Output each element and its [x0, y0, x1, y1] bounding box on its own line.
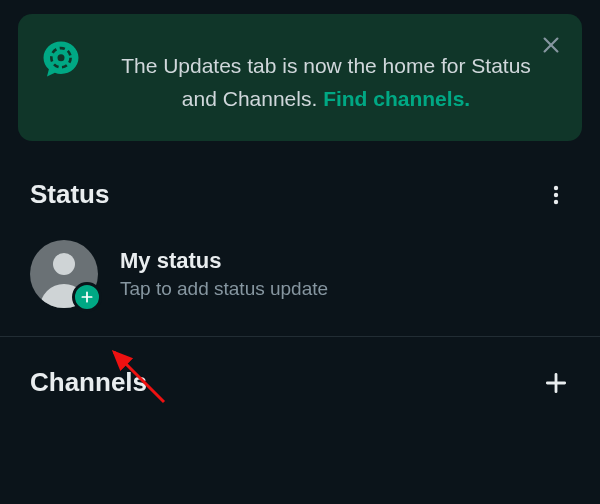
- add-status-badge[interactable]: [72, 282, 102, 312]
- close-icon: [540, 34, 562, 56]
- plus-icon: [79, 289, 95, 305]
- updates-banner: The Updates tab is now the home for Stat…: [18, 14, 582, 141]
- my-status-row[interactable]: My status Tap to add status update: [0, 230, 600, 336]
- add-channel-button[interactable]: [542, 369, 570, 397]
- status-more-button[interactable]: [542, 181, 570, 209]
- status-section-header: Status: [0, 141, 600, 230]
- plus-icon: [543, 370, 569, 396]
- find-channels-link[interactable]: Find channels.: [323, 87, 470, 110]
- more-vertical-icon: [544, 183, 568, 207]
- banner-message: The Updates tab is now the home for Stat…: [102, 36, 560, 115]
- status-section-title: Status: [30, 179, 109, 210]
- my-status-subtitle: Tap to add status update: [120, 278, 328, 300]
- banner-close-button[interactable]: [538, 32, 564, 58]
- svg-point-1: [58, 54, 65, 61]
- my-status-title: My status: [120, 248, 328, 274]
- my-status-texts: My status Tap to add status update: [120, 248, 328, 300]
- channels-section-header: Channels: [0, 337, 600, 398]
- channels-section-title: Channels: [30, 367, 147, 398]
- svg-point-3: [554, 192, 558, 196]
- avatar: [30, 240, 98, 308]
- svg-point-4: [554, 199, 558, 203]
- svg-point-2: [554, 185, 558, 189]
- status-bubble-icon: [40, 38, 82, 80]
- banner-text-line1: The Updates tab is now the home for: [121, 54, 465, 77]
